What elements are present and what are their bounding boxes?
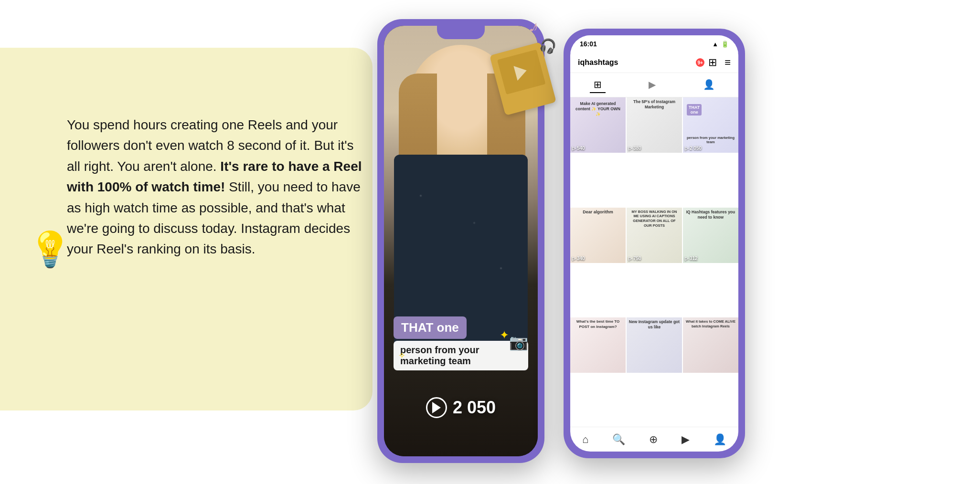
cell1-inner: Make AI generated content ✨ YOUR OWN ✨ (572, 99, 624, 151)
cell6-text: IQ Hashtags features you need to know (685, 210, 736, 220)
tab-reels[interactable]: ▶ (645, 77, 660, 93)
that-one-grid-text: THAT one (687, 104, 702, 116)
cell1-count: ▷540 (572, 146, 585, 151)
grid-cell-9: What it takes to COME ALIVE batch Instag… (683, 317, 738, 373)
cell5-count: ▷750 (628, 256, 641, 261)
nav-search-icon[interactable]: 🔍 (612, 433, 625, 446)
ig-username: iqhashtags (578, 58, 692, 67)
notification-badge: 9+ (696, 58, 704, 67)
ig-bottom-nav: ⌂ 🔍 ⊕ ▶ 👤 (570, 427, 738, 452)
ig-header-icons: ⊞ ≡ (708, 56, 731, 69)
cell4-text: Dear algorithm (572, 210, 624, 214)
play-count-area: 2 050 (426, 397, 496, 418)
nav-profile-icon[interactable]: 👤 (714, 433, 726, 446)
play-button[interactable] (426, 397, 447, 418)
nav-home-icon[interactable]: ⌂ (582, 433, 588, 446)
cell4-count: ▷340 (572, 256, 585, 261)
phone1-device: THAT one person from your marketing team… (377, 19, 544, 463)
grid-cell-4-content: Dear algorithm (570, 208, 626, 263)
grid-cell-4: Dear algorithm ▷340 (570, 208, 626, 263)
menu-icon[interactable]: ≡ (724, 56, 731, 69)
play-triangle-icon (432, 402, 441, 413)
ig-profile-header: iqhashtags 9+ ⊞ ≡ (570, 53, 738, 73)
cell7-text: What's the best time TO POST on Instagra… (572, 319, 624, 329)
cell2-count: ▷380 (628, 146, 641, 151)
grid-cell-1: Make AI generated content ✨ YOUR OWN ✨ ▷… (570, 97, 626, 153)
polaroid-play-icon (513, 63, 528, 81)
view-count: 2 050 (453, 398, 496, 418)
cell8-text: New Instagram update got us like (628, 319, 680, 330)
cell5-text: MY BOSS WALKING IN ON ME USING AI CAPTIO… (628, 210, 680, 228)
nav-add-icon[interactable]: ⊕ (649, 433, 658, 446)
phone2-device: 16:01 ▲ 🔋 iqhashtags 9+ ⊞ ≡ ⊞ ▶ 👤 (564, 29, 745, 458)
grid-cell-7: What's the best time TO POST on Instagra… (570, 317, 626, 373)
battery-icon: 🔋 (721, 41, 729, 48)
grid-cell-3-content: THAT one person from your marketing team (683, 97, 738, 153)
status-icons: ▲ 🔋 (712, 41, 729, 48)
grid-cell-6: IQ Hashtags features you need to know ▷3… (683, 208, 738, 263)
cell3-count: ▷2 050 (685, 146, 702, 151)
sparkle-icon-1: ✦ (500, 328, 509, 342)
phone1-notch (437, 26, 485, 39)
camera-sticker-icon: 📷 (509, 333, 528, 351)
grid-cell-8-content: New Instagram update got us like (627, 317, 682, 373)
add-content-icon[interactable]: ⊞ (708, 56, 717, 69)
status-bar: 16:01 ▲ 🔋 (570, 35, 738, 53)
tab-grid[interactable]: ⊞ (590, 77, 606, 93)
shirt-pattern (394, 159, 528, 341)
bold-text: It's rare to have a Reel with 100% of wa… (67, 159, 362, 194)
that-one-text: THAT one (394, 316, 467, 339)
grid-cell-5-content: MY BOSS WALKING IN ON ME USING AI CAPTIO… (627, 208, 682, 263)
left-content-area: You spend hours creating one Reels and y… (67, 115, 363, 260)
cell1-text: Make AI generated content ✨ YOUR OWN ✨ (574, 101, 622, 117)
cell6-count: ▷312 (685, 256, 698, 261)
bulb-icon: 💡 (29, 229, 72, 270)
cell9-text: What it takes to COME ALIVE batch Instag… (685, 319, 736, 329)
that-one-badge: THAT one person from your marketing team (394, 316, 528, 370)
cell2-text: The 5P's of Instagram Marketing (628, 99, 680, 110)
ig-tabs: ⊞ ▶ 👤 (570, 73, 738, 97)
grid-cell-2-content: The 5P's of Instagram Marketing (627, 97, 682, 153)
grid-cell-6-content: IQ Hashtags features you need to know (683, 208, 738, 263)
phone2-screen: 16:01 ▲ 🔋 iqhashtags 9+ ⊞ ≡ ⊞ ▶ 👤 (570, 35, 738, 452)
sparkle-icon-2: ✧ (398, 350, 405, 361)
ig-content-grid: Make AI generated content ✨ YOUR OWN ✨ ▷… (570, 97, 738, 427)
grid-cell-2: The 5P's of Instagram Marketing ▷380 (627, 97, 682, 153)
grid-cell-5: MY BOSS WALKING IN ON ME USING AI CAPTIO… (627, 208, 682, 263)
main-paragraph: You spend hours creating one Reels and y… (67, 115, 363, 260)
grid-cell-7-content: What's the best time TO POST on Instagra… (570, 317, 626, 373)
cell3-subtext: person from your marketing team (685, 136, 736, 144)
grid-cell-1-content: Make AI generated content ✨ YOUR OWN ✨ (570, 97, 626, 153)
nav-reels-icon[interactable]: ▶ (682, 433, 690, 446)
grid-cell-9-content: What it takes to COME ALIVE batch Instag… (683, 317, 738, 373)
grid-cell-8: New Instagram update got us like (627, 317, 682, 373)
marketing-team-text: person from your marketing team (394, 341, 528, 370)
status-time: 16:01 (580, 40, 597, 48)
tab-tagged[interactable]: 👤 (699, 77, 719, 93)
grid-cell-3: THAT one person from your marketing team… (683, 97, 738, 153)
wifi-icon: ▲ (712, 41, 718, 48)
